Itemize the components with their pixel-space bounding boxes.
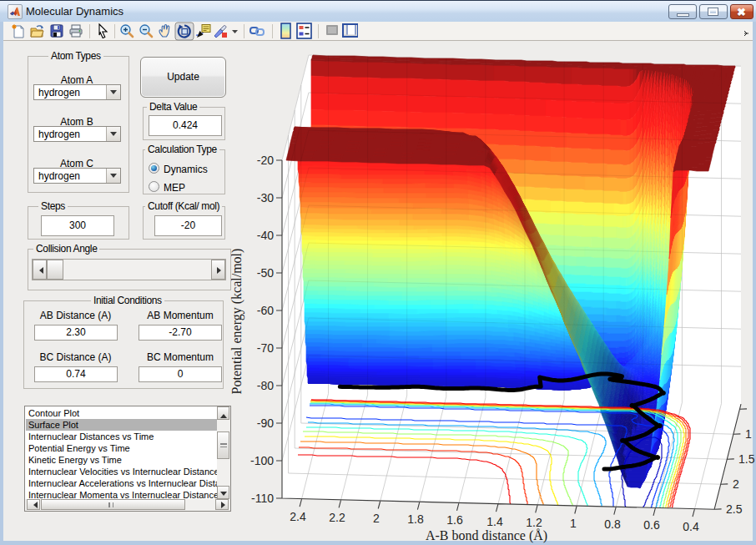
svg-text:-30: -30 [257, 191, 274, 204]
svg-text:1.8: 1.8 [407, 512, 424, 526]
svg-text:2: 2 [733, 477, 739, 491]
svg-text:-20: -20 [257, 154, 274, 167]
svg-text:2: 2 [373, 512, 380, 525]
svg-text:1: 1 [570, 517, 577, 530]
svg-text:1.5: 1.5 [738, 452, 755, 466]
svg-text:1: 1 [745, 427, 752, 441]
svg-text:A-B bond distance (Å): A-B bond distance (Å) [426, 528, 547, 543]
svg-text:-50: -50 [257, 266, 274, 280]
svg-text:1.2: 1.2 [526, 516, 542, 529]
svg-text:0.4: 0.4 [683, 520, 699, 533]
svg-text:0.8: 0.8 [604, 517, 621, 531]
svg-text:-110: -110 [251, 492, 274, 505]
svg-text:0.6: 0.6 [643, 518, 660, 532]
svg-text:-40: -40 [257, 229, 274, 242]
svg-text:2.4: 2.4 [290, 510, 306, 523]
svg-text:-70: -70 [257, 341, 274, 355]
svg-text:1.6: 1.6 [446, 513, 463, 527]
svg-text:-60: -60 [257, 304, 274, 317]
svg-text:-90: -90 [257, 416, 274, 430]
svg-text:-100: -100 [250, 454, 274, 467]
svg-text:2.5: 2.5 [726, 502, 743, 516]
svg-text:1.4: 1.4 [486, 515, 503, 528]
svg-text:-80: -80 [257, 379, 274, 392]
svg-text:2.2: 2.2 [329, 511, 345, 524]
svg-text:Potential energy (kcal/mol): Potential energy (kcal/mol) [229, 249, 244, 395]
